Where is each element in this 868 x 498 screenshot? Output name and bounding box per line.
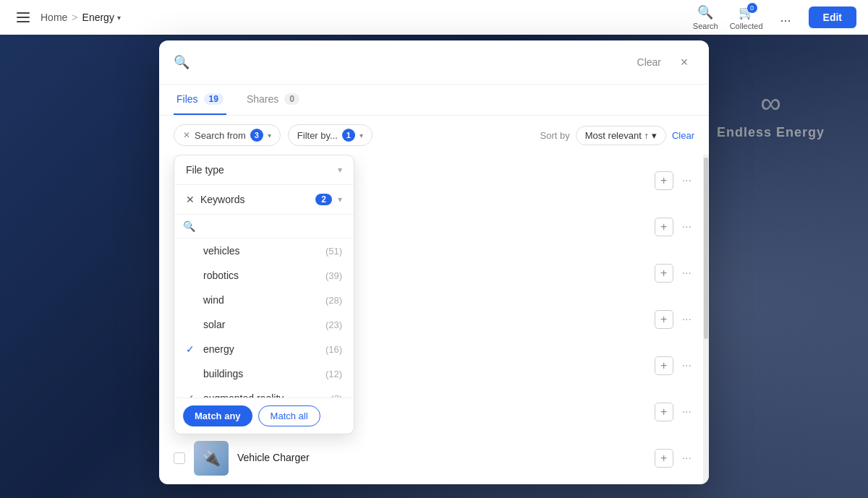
search-header: 🔍 Clear × — [159, 40, 709, 85]
search-nav-label: Search — [693, 22, 718, 30]
keyword-item-robotics[interactable]: robotics (39) — [174, 263, 354, 288]
file-add-button-4[interactable]: + — [655, 310, 673, 329]
sort-dropdown[interactable]: Most relevant ↑ ▾ — [576, 126, 666, 145]
keywords-clear-icon[interactable]: ✕ — [186, 194, 195, 205]
file-type-section: File type ▾ — [174, 155, 354, 185]
modal-close-button[interactable]: × — [674, 52, 694, 72]
file-actions-3: + ··· — [655, 264, 694, 283]
filter-clear-button[interactable]: Clear — [672, 130, 694, 141]
breadcrumb: Home > Energy ▾ — [41, 12, 121, 23]
filter-by-label: Filter by... — [297, 130, 338, 141]
search-modal: 🔍 Clear × Files 19 Shares 0 ✕ Search fro… — [159, 40, 709, 484]
keyword-item-vehicles[interactable]: vehicles (51) — [174, 239, 354, 263]
keywords-chevron-icon: ▾ — [338, 194, 342, 205]
file-more-button-7[interactable]: ··· — [679, 449, 694, 468]
keywords-header: ✕ Keywords 2 ▾ — [174, 185, 354, 215]
collected-nav-button[interactable]: 🛒 0 Collected — [730, 4, 763, 30]
file-checkbox-7[interactable] — [174, 452, 185, 464]
keyword-count-solar: (23) — [326, 319, 342, 330]
keyword-count-buildings: (12) — [326, 369, 342, 379]
file-add-button-1[interactable]: + — [655, 171, 673, 190]
file-more-button-5[interactable]: ··· — [679, 356, 694, 375]
file-more-button-3[interactable]: ··· — [679, 264, 694, 283]
filter-by-chip[interactable]: Filter by... 1 ▾ — [288, 124, 373, 146]
file-name-7: Vehicle Charger — [237, 452, 646, 463]
file-type-chevron-icon: ▾ — [338, 165, 342, 175]
file-type-row[interactable]: File type ▾ — [174, 155, 354, 184]
keywords-label: Keywords — [200, 194, 310, 205]
more-options-button[interactable]: ... — [775, 7, 797, 28]
file-actions-4: + ··· — [655, 310, 694, 329]
keyword-count-robotics: (39) — [326, 270, 342, 281]
search-icon: 🔍 — [174, 54, 190, 70]
scrollbar-track — [703, 155, 709, 484]
match-any-button[interactable]: Match any — [183, 405, 252, 426]
match-all-button[interactable]: Match all — [258, 405, 320, 426]
file-thumbnail-7: 🔌 — [194, 441, 229, 476]
file-more-button-1[interactable]: ··· — [679, 171, 694, 190]
keyword-count-energy: (16) — [326, 344, 342, 355]
search-from-label: Search from — [195, 130, 246, 141]
keyword-search-icon: 🔍 — [183, 220, 195, 232]
file-more-button-4[interactable]: ··· — [679, 310, 694, 329]
search-from-badge: 3 — [250, 129, 263, 142]
collected-icon: 🛒 0 — [739, 4, 754, 20]
file-add-button-5[interactable]: + — [655, 356, 673, 375]
file-actions-7: + ··· — [655, 449, 694, 468]
file-item-7: 🔌 Vehicle Charger + ··· — [159, 435, 709, 481]
search-icon: 🔍 — [697, 4, 713, 20]
keyword-item-augmented-reality[interactable]: ✓ augmented reality (3) — [174, 386, 354, 398]
collected-nav-label: Collected — [730, 22, 763, 30]
breadcrumb-separator: > — [72, 12, 77, 23]
file-add-button-7[interactable]: + — [655, 449, 673, 468]
modal-tabs: Files 19 Shares 0 — [159, 85, 709, 116]
keyword-item-buildings[interactable]: buildings (12) — [174, 361, 354, 386]
current-page-label[interactable]: Energy ▾ — [82, 12, 121, 23]
search-clear-button[interactable]: Clear — [637, 56, 661, 68]
top-navigation: Home > Energy ▾ 🔍 Search 🛒 0 Collected .… — [0, 0, 868, 35]
filter-by-badge: 1 — [342, 129, 355, 142]
file-add-button-6[interactable]: + — [655, 403, 673, 421]
search-from-chevron-icon: ▾ — [268, 132, 271, 139]
file-more-button-2[interactable]: ··· — [679, 218, 694, 236]
file-actions-5: + ··· — [655, 356, 694, 375]
keyword-item-solar[interactable]: solar (23) — [174, 312, 354, 337]
scrollbar-thumb[interactable] — [704, 158, 708, 339]
keyword-item-energy[interactable]: ✓ energy (16) — [174, 337, 354, 361]
search-input[interactable] — [197, 56, 630, 69]
topnav-right: 🔍 Search 🛒 0 Collected ... Edit — [693, 4, 856, 30]
sort-value-label: Most relevant ↑ — [585, 130, 649, 141]
search-from-chip[interactable]: ✕ Search from 3 ▾ — [174, 124, 281, 146]
keyword-check-augmented-reality: ✓ — [186, 392, 197, 398]
keyword-count-wind: (28) — [326, 295, 342, 306]
keywords-count-badge: 2 — [315, 194, 332, 205]
file-more-button-6[interactable]: ··· — [679, 403, 694, 421]
keyword-search-input[interactable] — [201, 221, 345, 232]
search-nav-button[interactable]: 🔍 Search — [693, 4, 718, 30]
sort-section: Sort by Most relevant ↑ ▾ Clear — [540, 126, 694, 145]
keyword-search-bar: 🔍 — [174, 215, 354, 239]
keyword-name-augmented-reality: augmented reality — [203, 392, 331, 398]
keyword-name-energy: energy — [203, 343, 326, 355]
keyword-name-buildings: buildings — [203, 368, 326, 379]
file-type-label: File type — [186, 164, 224, 176]
menu-button[interactable] — [12, 6, 35, 29]
file-add-button-2[interactable]: + — [655, 218, 673, 236]
tab-shares[interactable]: Shares 0 — [244, 85, 302, 115]
keyword-name-robotics: robotics — [203, 270, 326, 281]
keyword-name-wind: wind — [203, 294, 326, 306]
edit-button[interactable]: Edit — [809, 7, 856, 28]
tab-files[interactable]: Files 19 — [174, 85, 226, 115]
keyword-list: vehicles (51) robotics (39) wind (28) — [174, 239, 354, 398]
keyword-item-wind[interactable]: wind (28) — [174, 288, 354, 312]
file-actions-6: + ··· — [655, 403, 694, 421]
keyword-name-solar: solar — [203, 319, 326, 330]
search-from-clear-icon[interactable]: ✕ — [183, 130, 190, 140]
file-add-button-3[interactable]: + — [655, 264, 673, 283]
file-info-7: Vehicle Charger — [237, 452, 646, 465]
keyword-name-vehicles: vehicles — [203, 245, 326, 257]
sort-chevron-icon: ▾ — [652, 130, 657, 141]
keyword-count-vehicles: (51) — [326, 246, 342, 257]
tab-shares-badge: 0 — [284, 93, 299, 105]
home-link[interactable]: Home — [41, 12, 67, 23]
